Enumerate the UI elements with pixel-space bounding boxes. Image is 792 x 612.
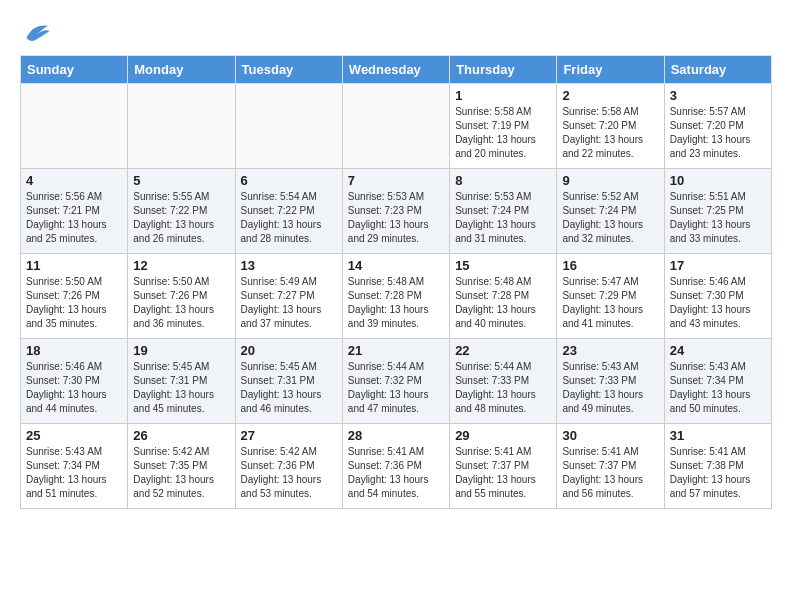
day-info: Sunrise: 5:41 AM Sunset: 7:36 PM Dayligh… <box>348 445 444 501</box>
day-info: Sunrise: 5:43 AM Sunset: 7:34 PM Dayligh… <box>670 360 766 416</box>
calendar-cell: 23Sunrise: 5:43 AM Sunset: 7:33 PM Dayli… <box>557 339 664 424</box>
day-info: Sunrise: 5:41 AM Sunset: 7:38 PM Dayligh… <box>670 445 766 501</box>
day-number: 23 <box>562 343 658 358</box>
calendar-cell: 27Sunrise: 5:42 AM Sunset: 7:36 PM Dayli… <box>235 424 342 509</box>
day-number: 31 <box>670 428 766 443</box>
calendar-cell: 20Sunrise: 5:45 AM Sunset: 7:31 PM Dayli… <box>235 339 342 424</box>
day-number: 18 <box>26 343 122 358</box>
calendar-week-row: 11Sunrise: 5:50 AM Sunset: 7:26 PM Dayli… <box>21 254 772 339</box>
calendar-cell: 29Sunrise: 5:41 AM Sunset: 7:37 PM Dayli… <box>450 424 557 509</box>
day-number: 12 <box>133 258 229 273</box>
calendar-cell: 31Sunrise: 5:41 AM Sunset: 7:38 PM Dayli… <box>664 424 771 509</box>
day-info: Sunrise: 5:53 AM Sunset: 7:24 PM Dayligh… <box>455 190 551 246</box>
day-info: Sunrise: 5:46 AM Sunset: 7:30 PM Dayligh… <box>26 360 122 416</box>
day-info: Sunrise: 5:46 AM Sunset: 7:30 PM Dayligh… <box>670 275 766 331</box>
day-number: 27 <box>241 428 337 443</box>
day-number: 3 <box>670 88 766 103</box>
calendar-table: SundayMondayTuesdayWednesdayThursdayFrid… <box>20 55 772 509</box>
calendar-header-row: SundayMondayTuesdayWednesdayThursdayFrid… <box>21 56 772 84</box>
day-info: Sunrise: 5:56 AM Sunset: 7:21 PM Dayligh… <box>26 190 122 246</box>
day-info: Sunrise: 5:54 AM Sunset: 7:22 PM Dayligh… <box>241 190 337 246</box>
calendar-cell: 14Sunrise: 5:48 AM Sunset: 7:28 PM Dayli… <box>342 254 449 339</box>
day-info: Sunrise: 5:43 AM Sunset: 7:33 PM Dayligh… <box>562 360 658 416</box>
weekday-header: Friday <box>557 56 664 84</box>
day-info: Sunrise: 5:53 AM Sunset: 7:23 PM Dayligh… <box>348 190 444 246</box>
day-number: 5 <box>133 173 229 188</box>
calendar-cell: 18Sunrise: 5:46 AM Sunset: 7:30 PM Dayli… <box>21 339 128 424</box>
day-number: 30 <box>562 428 658 443</box>
calendar-cell <box>21 84 128 169</box>
day-info: Sunrise: 5:41 AM Sunset: 7:37 PM Dayligh… <box>455 445 551 501</box>
calendar-cell: 6Sunrise: 5:54 AM Sunset: 7:22 PM Daylig… <box>235 169 342 254</box>
day-number: 21 <box>348 343 444 358</box>
day-number: 24 <box>670 343 766 358</box>
day-number: 19 <box>133 343 229 358</box>
weekday-header: Monday <box>128 56 235 84</box>
day-number: 16 <box>562 258 658 273</box>
calendar-cell: 1Sunrise: 5:58 AM Sunset: 7:19 PM Daylig… <box>450 84 557 169</box>
calendar-cell: 30Sunrise: 5:41 AM Sunset: 7:37 PM Dayli… <box>557 424 664 509</box>
logo-bird-icon <box>22 20 52 45</box>
page-header <box>20 20 772 45</box>
day-info: Sunrise: 5:51 AM Sunset: 7:25 PM Dayligh… <box>670 190 766 246</box>
calendar-cell: 15Sunrise: 5:48 AM Sunset: 7:28 PM Dayli… <box>450 254 557 339</box>
day-info: Sunrise: 5:47 AM Sunset: 7:29 PM Dayligh… <box>562 275 658 331</box>
day-info: Sunrise: 5:43 AM Sunset: 7:34 PM Dayligh… <box>26 445 122 501</box>
day-info: Sunrise: 5:58 AM Sunset: 7:19 PM Dayligh… <box>455 105 551 161</box>
weekday-header: Thursday <box>450 56 557 84</box>
calendar-cell: 22Sunrise: 5:44 AM Sunset: 7:33 PM Dayli… <box>450 339 557 424</box>
calendar-cell: 12Sunrise: 5:50 AM Sunset: 7:26 PM Dayli… <box>128 254 235 339</box>
day-number: 20 <box>241 343 337 358</box>
day-number: 13 <box>241 258 337 273</box>
calendar-cell: 7Sunrise: 5:53 AM Sunset: 7:23 PM Daylig… <box>342 169 449 254</box>
calendar-cell: 3Sunrise: 5:57 AM Sunset: 7:20 PM Daylig… <box>664 84 771 169</box>
weekday-header: Sunday <box>21 56 128 84</box>
logo <box>20 20 52 45</box>
calendar-cell: 19Sunrise: 5:45 AM Sunset: 7:31 PM Dayli… <box>128 339 235 424</box>
day-info: Sunrise: 5:42 AM Sunset: 7:36 PM Dayligh… <box>241 445 337 501</box>
day-info: Sunrise: 5:42 AM Sunset: 7:35 PM Dayligh… <box>133 445 229 501</box>
day-number: 14 <box>348 258 444 273</box>
day-number: 6 <box>241 173 337 188</box>
calendar-cell: 4Sunrise: 5:56 AM Sunset: 7:21 PM Daylig… <box>21 169 128 254</box>
calendar-cell: 10Sunrise: 5:51 AM Sunset: 7:25 PM Dayli… <box>664 169 771 254</box>
calendar-cell: 8Sunrise: 5:53 AM Sunset: 7:24 PM Daylig… <box>450 169 557 254</box>
calendar-cell <box>342 84 449 169</box>
day-info: Sunrise: 5:44 AM Sunset: 7:33 PM Dayligh… <box>455 360 551 416</box>
weekday-header: Tuesday <box>235 56 342 84</box>
calendar-cell: 9Sunrise: 5:52 AM Sunset: 7:24 PM Daylig… <box>557 169 664 254</box>
day-number: 17 <box>670 258 766 273</box>
calendar-cell: 24Sunrise: 5:43 AM Sunset: 7:34 PM Dayli… <box>664 339 771 424</box>
calendar-cell: 26Sunrise: 5:42 AM Sunset: 7:35 PM Dayli… <box>128 424 235 509</box>
calendar-cell: 11Sunrise: 5:50 AM Sunset: 7:26 PM Dayli… <box>21 254 128 339</box>
day-info: Sunrise: 5:52 AM Sunset: 7:24 PM Dayligh… <box>562 190 658 246</box>
calendar-week-row: 25Sunrise: 5:43 AM Sunset: 7:34 PM Dayli… <box>21 424 772 509</box>
calendar-cell <box>235 84 342 169</box>
day-number: 11 <box>26 258 122 273</box>
day-number: 28 <box>348 428 444 443</box>
day-number: 7 <box>348 173 444 188</box>
day-info: Sunrise: 5:49 AM Sunset: 7:27 PM Dayligh… <box>241 275 337 331</box>
weekday-header: Saturday <box>664 56 771 84</box>
day-number: 8 <box>455 173 551 188</box>
calendar-week-row: 4Sunrise: 5:56 AM Sunset: 7:21 PM Daylig… <box>21 169 772 254</box>
day-number: 4 <box>26 173 122 188</box>
day-number: 1 <box>455 88 551 103</box>
day-info: Sunrise: 5:57 AM Sunset: 7:20 PM Dayligh… <box>670 105 766 161</box>
calendar-cell: 25Sunrise: 5:43 AM Sunset: 7:34 PM Dayli… <box>21 424 128 509</box>
calendar-cell: 16Sunrise: 5:47 AM Sunset: 7:29 PM Dayli… <box>557 254 664 339</box>
calendar-cell: 17Sunrise: 5:46 AM Sunset: 7:30 PM Dayli… <box>664 254 771 339</box>
day-number: 29 <box>455 428 551 443</box>
day-info: Sunrise: 5:44 AM Sunset: 7:32 PM Dayligh… <box>348 360 444 416</box>
day-number: 10 <box>670 173 766 188</box>
calendar-week-row: 18Sunrise: 5:46 AM Sunset: 7:30 PM Dayli… <box>21 339 772 424</box>
day-info: Sunrise: 5:55 AM Sunset: 7:22 PM Dayligh… <box>133 190 229 246</box>
day-number: 25 <box>26 428 122 443</box>
calendar-week-row: 1Sunrise: 5:58 AM Sunset: 7:19 PM Daylig… <box>21 84 772 169</box>
day-info: Sunrise: 5:45 AM Sunset: 7:31 PM Dayligh… <box>241 360 337 416</box>
day-info: Sunrise: 5:41 AM Sunset: 7:37 PM Dayligh… <box>562 445 658 501</box>
day-number: 26 <box>133 428 229 443</box>
calendar-cell: 2Sunrise: 5:58 AM Sunset: 7:20 PM Daylig… <box>557 84 664 169</box>
day-number: 22 <box>455 343 551 358</box>
day-info: Sunrise: 5:48 AM Sunset: 7:28 PM Dayligh… <box>455 275 551 331</box>
